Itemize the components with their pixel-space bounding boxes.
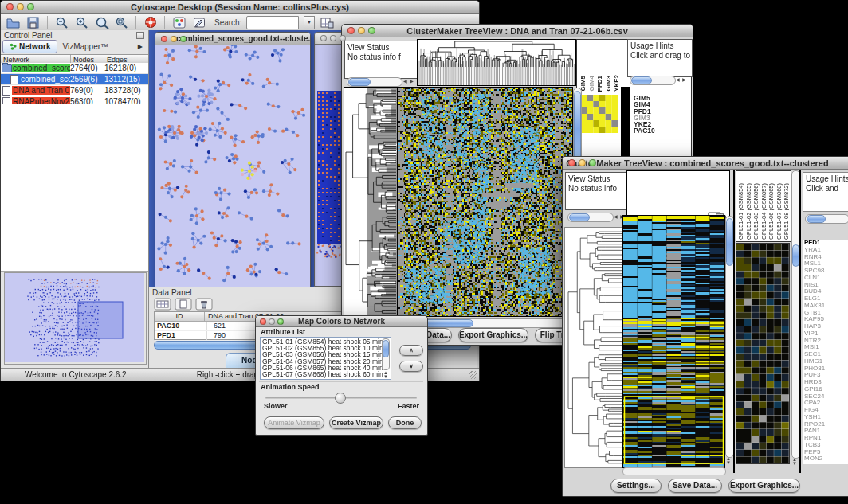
data-panel-title: Data Panel (152, 288, 191, 297)
treeview-window-combined: ClusterMaker TreeView : combined_scores_… (562, 156, 848, 497)
minimize-button[interactable] (17, 3, 24, 10)
zoom-in-icon[interactable] (74, 15, 89, 29)
resize-grip[interactable] (469, 371, 477, 379)
main-heatmap[interactable] (622, 215, 725, 468)
network-row[interactable]: combined_sco2569(6)13112(15) (1, 74, 148, 85)
view-status-text: No status info (568, 184, 626, 193)
minimize-button[interactable] (269, 318, 275, 325)
network-row[interactable]: DNA and Tran 07769(0)183728(0) (1, 85, 148, 96)
scroll-thumb[interactable] (631, 76, 652, 84)
scroll-thumb[interactable] (807, 215, 826, 223)
new-attribute-icon[interactable] (175, 298, 192, 312)
export-graphics-button[interactable]: Export Graphics... (458, 328, 528, 342)
close-button[interactable] (568, 159, 575, 166)
scroll-arrows[interactable]: ▲▼ (726, 457, 732, 465)
main-heatmap[interactable] (398, 87, 573, 317)
scroll-thumb[interactable] (574, 91, 581, 160)
speed-slider-thumb[interactable] (335, 393, 346, 404)
row-dendrogram[interactable] (344, 87, 398, 317)
view-status-scrollbar[interactable] (347, 77, 402, 87)
scroll-thumb[interactable] (569, 213, 590, 221)
main-titlebar[interactable]: Cytoscape Desktop (Session Name: collins… (1, 1, 479, 14)
network-name: combined_sco (20, 75, 70, 84)
network-row[interactable]: combined_scores2764(0)16218(0) (1, 63, 148, 74)
zoom-selected-icon[interactable] (114, 15, 129, 29)
zoom-out-icon[interactable] (54, 15, 69, 29)
usage-hints-scrollbar[interactable] (805, 214, 848, 224)
create-vizmap-button[interactable]: Create Vizmap (329, 416, 383, 429)
zoom-heatmap[interactable] (736, 243, 790, 464)
open-session-button[interactable] (6, 15, 21, 29)
close-button[interactable] (260, 318, 266, 325)
minimize-button[interactable] (330, 35, 336, 41)
scroll-arrows[interactable]: ▲▼ (383, 371, 389, 379)
tab-network[interactable]: Network (2, 40, 57, 53)
done-button[interactable]: Done (388, 416, 422, 429)
scroll-arrows[interactable]: ▲▼ (792, 458, 799, 466)
move-up-button[interactable]: ∧ (399, 345, 423, 356)
zoom-button[interactable] (277, 318, 284, 325)
zoom-fit-icon[interactable] (94, 15, 109, 29)
network-view1-canvas[interactable] (155, 45, 308, 287)
attribute-select-icon[interactable] (154, 298, 171, 312)
float-panel-icon[interactable] (136, 32, 144, 39)
zoom-button[interactable] (340, 35, 346, 41)
vizmapper-icon[interactable] (171, 15, 186, 29)
row-dendrogram[interactable] (564, 227, 622, 468)
search-input[interactable] (246, 16, 299, 29)
minimize-button[interactable] (579, 159, 586, 166)
view-status-scrollbar[interactable] (567, 213, 614, 222)
save-data-button[interactable]: Save Data... (668, 479, 722, 493)
column-label: GPL51-08 (GSM872) (783, 183, 789, 240)
zoom-matrix-heatmap[interactable] (581, 95, 618, 133)
scroll-thumb[interactable] (792, 244, 799, 267)
close-button[interactable] (161, 36, 167, 42)
save-session-button[interactable] (26, 15, 41, 29)
help-icon[interactable] (143, 15, 158, 29)
import-table-icon[interactable] (320, 15, 335, 29)
scroll-arrows[interactable]: ◀ ▶ (403, 77, 414, 85)
attribute-list[interactable]: GPL51-01 (GSM854) heat shock 05 minGPL51… (260, 337, 391, 380)
scroll-thumb[interactable] (348, 78, 371, 86)
usage-hints-title: Usage Hints (806, 174, 848, 184)
scroll-thumb[interactable] (383, 340, 389, 357)
network-tab-icon (10, 43, 17, 50)
attr-col-id[interactable]: ID (155, 312, 205, 321)
scroll-thumb[interactable] (726, 218, 733, 266)
close-button[interactable] (6, 3, 14, 10)
treeview2-titlebar[interactable]: ClusterMaker TreeView : combined_scores_… (563, 157, 848, 170)
annotation-icon[interactable] (191, 15, 206, 29)
zoom-button[interactable] (27, 3, 34, 10)
export-graphics-button[interactable]: Export Graphics... (728, 479, 800, 493)
tab-overflow-arrow[interactable]: ▶ (138, 43, 146, 50)
scroll-arrows[interactable]: ◀ ▶ (676, 76, 687, 84)
row-id: PAC10 (155, 322, 207, 330)
search-dropdown-arrow[interactable]: ▼ (304, 16, 315, 29)
window-controls (1, 3, 34, 10)
scroll-thumb[interactable] (422, 319, 473, 327)
attribute-list-item[interactable]: GPL51-07 (GSM868) heat shock 60 min (262, 371, 389, 377)
zoom-button[interactable] (368, 27, 375, 34)
usage-hints-text: Click and (806, 184, 848, 193)
usage-hints-title: Usage Hints (630, 41, 689, 51)
settings-button[interactable]: Settings... (610, 479, 662, 493)
close-button[interactable] (320, 35, 327, 41)
network-overview-panel[interactable] (4, 272, 147, 365)
zoom-button[interactable] (180, 36, 186, 42)
animate-vizmap-button[interactable]: Animate Vizmap (264, 416, 324, 429)
minimize-button[interactable] (358, 27, 365, 34)
move-down-button[interactable]: ∨ (399, 361, 423, 372)
close-button[interactable] (347, 27, 355, 34)
heatmap-hscrollbar[interactable] (622, 467, 726, 475)
minimize-button[interactable] (171, 36, 177, 42)
zoom-button[interactable] (589, 159, 596, 166)
column-dendrogram[interactable] (417, 39, 576, 86)
list-vscrollbar[interactable] (382, 338, 390, 370)
network-view1-titlebar[interactable]: combined_scores_good.txt--cluste... (155, 33, 310, 45)
usage-hints-scrollbar[interactable] (630, 76, 676, 85)
network-overview-canvas[interactable] (5, 273, 144, 362)
tab-vizmapper[interactable]: VizMapper™ (57, 41, 113, 53)
delete-attribute-icon[interactable] (195, 298, 213, 312)
dialog-titlebar[interactable]: Map Colors to Network (256, 316, 427, 327)
treeview1-titlebar[interactable]: ClusterMaker TreeView : DNA and Tran 07-… (342, 25, 693, 37)
